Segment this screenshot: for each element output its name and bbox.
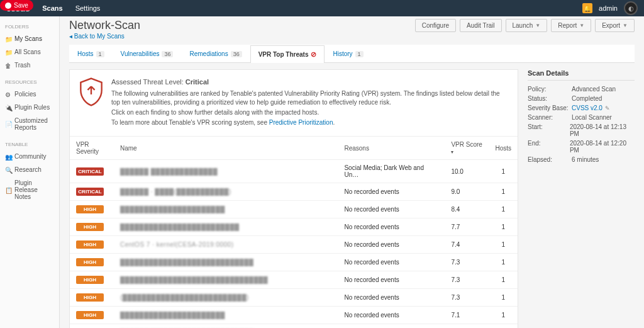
shield-icon — [79, 77, 104, 106]
table-row[interactable]: HIGH (██████████████████████████) No rec… — [70, 289, 518, 307]
table-row[interactable]: HIGH ███████████████████████████████ No … — [70, 271, 518, 289]
sidebar-resource-plugin-rules[interactable]: 🔌Plugin Rules — [0, 101, 59, 114]
reasons-cell: No recorded events — [338, 271, 445, 289]
hosts-cell: 1 — [489, 236, 518, 254]
user-label[interactable]: admin — [599, 4, 618, 12]
tab-history[interactable]: History1 — [325, 45, 371, 62]
tab-remediations[interactable]: Remediations36 — [181, 45, 250, 62]
col-name[interactable]: Name — [114, 137, 338, 160]
sidebar-folder-my-scans[interactable]: 📁My Scans — [0, 32, 59, 45]
nav-scans[interactable]: Scans — [42, 4, 62, 12]
detail-key: Policy: — [528, 86, 572, 93]
pencil-icon[interactable]: ✎ — [605, 105, 610, 111]
sidebar-tenable-community[interactable]: 👥Community — [0, 150, 59, 163]
severity-badge: HIGH — [76, 223, 104, 231]
tabs: Hosts1Vulnerabilities36Remediations36VPR… — [69, 45, 635, 63]
severity-badge: CRITICAL — [76, 167, 104, 176]
chevron-down-icon: ▼ — [623, 23, 628, 28]
tenable-section-label: TENABLE — [0, 139, 59, 150]
table-row[interactable]: HIGH ██████████████████████ No recorded … — [70, 201, 518, 218]
bell-icon[interactable]: 🔔 — [582, 3, 592, 13]
severity-badge: HIGH — [76, 205, 104, 213]
detail-row: Policy:Advanced Scan — [528, 84, 635, 94]
sidebar-folder-all-scans[interactable]: 📁All Scans — [0, 45, 59, 59]
tab-hosts[interactable]: Hosts1 — [69, 45, 113, 62]
score-cell: 7.3 — [445, 289, 489, 307]
detail-value-link[interactable]: CVSS v2.0 — [572, 105, 602, 111]
report-icon: 📄 — [5, 121, 11, 127]
col-reasons[interactable]: Reasons — [338, 137, 445, 160]
hosts-cell: 1 — [489, 160, 518, 183]
reasons-cell: No recorded events — [338, 218, 445, 236]
assessment-desc-1: The following vulnerabilities are ranked… — [111, 89, 509, 107]
save-badge[interactable]: Save — [0, 0, 33, 11]
sidebar-resource-customized-reports[interactable]: 📄Customized Reports — [0, 114, 59, 134]
warning-icon: ⊘ — [311, 50, 316, 59]
score-cell: 7.7 — [445, 218, 489, 236]
table-row[interactable]: CRITICAL ██████ · ████(███████████) No r… — [70, 183, 518, 201]
table-row[interactable]: HIGH ████████████████████████████ No rec… — [70, 254, 518, 271]
finding-name: (██████████████████████████) — [120, 294, 249, 301]
folder-icon: 📁 — [5, 36, 11, 42]
detail-value: 2020-08-14 at 12:20 PM — [570, 140, 635, 154]
hosts-cell: 1 — [489, 201, 518, 218]
export-button[interactable]: Export▼ — [595, 19, 635, 32]
table-row[interactable]: HIGH ██████████████████████ No recorded … — [70, 307, 518, 324]
detail-row: Scanner:Local Scanner — [528, 113, 635, 122]
sidebar-resource-policies[interactable]: ⚙Policies — [0, 88, 59, 101]
tab-vpr-top-threats[interactable]: VPR Top Threats⊘ — [250, 45, 325, 63]
detail-key: Start: — [528, 123, 570, 137]
reasons-cell: Social Media; Dark Web and Un… — [338, 160, 445, 183]
sidebar-item-label: Plugin Release Notes — [14, 179, 54, 200]
sidebar-item-label: Trash — [14, 62, 30, 69]
detail-key: Scanner: — [528, 114, 572, 121]
folder-icon: 📁 — [5, 49, 11, 55]
sidebar-folder-trash[interactable]: 🗑Trash — [0, 59, 59, 72]
detail-value: Advanced Scan — [572, 86, 616, 93]
top-nav: essus Scans Settings 🔔 admin ◐ — [0, 0, 644, 16]
hosts-cell: 1 — [489, 289, 518, 307]
nav-settings[interactable]: Settings — [75, 4, 101, 12]
col-severity[interactable]: VPR Severity — [70, 137, 114, 160]
tab-count: 36 — [162, 51, 173, 57]
reasons-cell: No recorded events — [338, 254, 445, 271]
table-row[interactable]: CRITICAL ██████ ██████████████ Social Me… — [70, 160, 518, 183]
chevron-down-icon: ▼ — [579, 23, 584, 28]
predictive-link[interactable]: Predictive Prioritization — [269, 119, 333, 126]
detail-value: Completed — [572, 95, 602, 102]
finding-name: ██████ · ████(███████████) — [120, 188, 231, 195]
col-hosts[interactable]: Hosts — [489, 137, 518, 160]
table-row[interactable]: MEDIUM ████████████████████████████ No r… — [70, 324, 518, 328]
score-cell: 7.3 — [445, 254, 489, 271]
report-button[interactable]: Report▼ — [551, 19, 591, 32]
score-cell: 8.4 — [445, 201, 489, 218]
severity-badge: HIGH — [76, 258, 104, 266]
score-cell: 7.3 — [445, 271, 489, 289]
detail-row: Start:2020-08-14 at 12:13 PM — [528, 122, 635, 139]
tab-count: 36 — [231, 51, 242, 57]
table-row[interactable]: HIGH CentOS 7 · kernel(CESA-2019:0000) N… — [70, 236, 518, 254]
back-link[interactable]: Back to My Scans — [69, 33, 125, 40]
finding-name: █████████████████████████ — [120, 223, 240, 230]
launch-button[interactable]: Launch▼ — [506, 19, 548, 32]
configure-button[interactable]: Configure — [415, 19, 456, 32]
sidebar-tenable-plugin-release-notes[interactable]: 📋Plugin Release Notes — [0, 176, 59, 203]
audit-trail-button[interactable]: Audit Trail — [460, 19, 501, 32]
pin-icon — [5, 3, 11, 9]
col-score[interactable]: VPR Score — [445, 137, 489, 160]
research-icon: 🔍 — [5, 167, 11, 173]
table-row[interactable]: HIGH █████████████████████████ No record… — [70, 218, 518, 236]
detail-key: Severity Base: — [528, 105, 572, 111]
user-avatar[interactable]: ◐ — [624, 1, 638, 15]
detail-value: 2020-08-14 at 12:13 PM — [570, 123, 635, 137]
detail-row: End:2020-08-14 at 12:20 PM — [528, 139, 635, 155]
trash-icon: 🗑 — [5, 62, 11, 69]
finding-name: ███████████████████████████████ — [120, 276, 268, 283]
detail-row: Status:Completed — [528, 94, 635, 103]
sidebar-tenable-research[interactable]: 🔍Research — [0, 163, 59, 176]
notes-icon: 📋 — [5, 187, 11, 193]
sidebar-item-label: All Scans — [14, 48, 41, 55]
severity-badge: HIGH — [76, 293, 104, 302]
tab-vulnerabilities[interactable]: Vulnerabilities36 — [113, 45, 182, 62]
severity-badge: HIGH — [76, 311, 104, 319]
